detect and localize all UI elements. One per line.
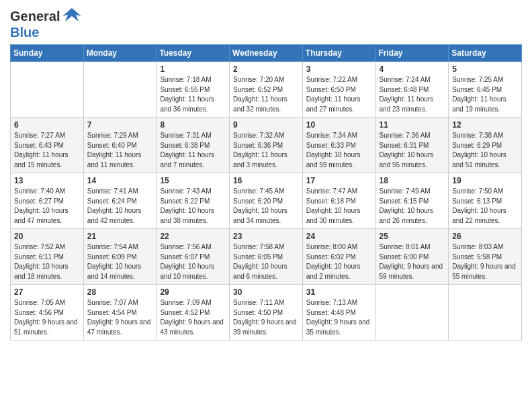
- day-number: 22: [160, 232, 226, 241]
- day-number: 4: [380, 64, 445, 74]
- logo-bird-icon: [61, 7, 83, 26]
- day-number: 6: [14, 120, 80, 130]
- day-number: 30: [233, 287, 299, 297]
- logo-blue: Blue: [10, 26, 83, 39]
- calendar-header-monday: Monday: [83, 45, 157, 62]
- day-info: Sunrise: 7:49 AM Sunset: 6:15 PM Dayligh…: [380, 187, 445, 226]
- calendar-cell: 1Sunrise: 7:18 AM Sunset: 6:55 PM Daylig…: [157, 62, 230, 118]
- day-number: 28: [87, 287, 153, 297]
- calendar-cell: 6Sunrise: 7:27 AM Sunset: 6:43 PM Daylig…: [11, 118, 84, 173]
- day-number: 2: [233, 64, 299, 74]
- logo-general: General: [10, 9, 60, 24]
- day-info: Sunrise: 7:25 AM Sunset: 6:45 PM Dayligh…: [452, 75, 518, 114]
- day-info: Sunrise: 7:32 AM Sunset: 6:36 PM Dayligh…: [233, 131, 299, 170]
- calendar-cell: 14Sunrise: 7:41 AM Sunset: 6:24 PM Dayli…: [83, 173, 157, 229]
- day-number: 7: [87, 120, 153, 130]
- svg-marker-0: [62, 8, 81, 21]
- day-number: 29: [160, 287, 226, 297]
- day-number: 31: [306, 287, 372, 297]
- day-info: Sunrise: 7:05 AM Sunset: 4:56 PM Dayligh…: [14, 298, 80, 337]
- calendar-week-row: 6Sunrise: 7:27 AM Sunset: 6:43 PM Daylig…: [11, 118, 522, 173]
- calendar-cell: 9Sunrise: 7:32 AM Sunset: 6:36 PM Daylig…: [230, 118, 303, 173]
- day-number: 23: [233, 232, 299, 241]
- day-number: 12: [452, 120, 518, 130]
- calendar-cell: 25Sunrise: 8:01 AM Sunset: 6:00 PM Dayli…: [375, 229, 449, 285]
- calendar-week-row: 13Sunrise: 7:40 AM Sunset: 6:27 PM Dayli…: [11, 173, 522, 229]
- day-info: Sunrise: 8:00 AM Sunset: 6:02 PM Dayligh…: [306, 242, 372, 281]
- day-number: 1: [160, 64, 226, 74]
- calendar-header-thursday: Thursday: [302, 45, 375, 62]
- day-number: 26: [452, 232, 518, 241]
- day-number: 9: [233, 120, 299, 130]
- page: General Blue SundayMondayTuesdayWednesda…: [0, 0, 532, 411]
- day-number: 3: [306, 64, 372, 74]
- day-number: 25: [380, 232, 445, 241]
- day-number: 18: [380, 176, 445, 185]
- day-info: Sunrise: 7:34 AM Sunset: 6:33 PM Dayligh…: [306, 131, 372, 170]
- day-number: 20: [14, 232, 80, 241]
- calendar-table: SundayMondayTuesdayWednesdayThursdayFrid…: [10, 44, 522, 340]
- calendar-cell: 18Sunrise: 7:49 AM Sunset: 6:15 PM Dayli…: [375, 173, 449, 229]
- calendar-cell: 11Sunrise: 7:36 AM Sunset: 6:31 PM Dayli…: [375, 118, 449, 173]
- day-number: 24: [306, 232, 372, 241]
- calendar-cell: 26Sunrise: 8:03 AM Sunset: 5:58 PM Dayli…: [449, 229, 522, 285]
- calendar-cell: 22Sunrise: 7:56 AM Sunset: 6:07 PM Dayli…: [157, 229, 230, 285]
- calendar-cell: 13Sunrise: 7:40 AM Sunset: 6:27 PM Dayli…: [11, 173, 84, 229]
- calendar-cell: 16Sunrise: 7:45 AM Sunset: 6:20 PM Dayli…: [230, 173, 303, 229]
- calendar-cell: 7Sunrise: 7:29 AM Sunset: 6:40 PM Daylig…: [83, 118, 157, 173]
- day-info: Sunrise: 7:40 AM Sunset: 6:27 PM Dayligh…: [14, 187, 80, 226]
- calendar-cell: 27Sunrise: 7:05 AM Sunset: 4:56 PM Dayli…: [11, 285, 84, 340]
- day-info: Sunrise: 8:03 AM Sunset: 5:58 PM Dayligh…: [452, 242, 518, 281]
- day-info: Sunrise: 7:58 AM Sunset: 6:05 PM Dayligh…: [233, 242, 299, 281]
- day-number: 10: [306, 120, 372, 130]
- day-number: 8: [160, 120, 226, 130]
- calendar-cell: 30Sunrise: 7:11 AM Sunset: 4:50 PM Dayli…: [230, 285, 303, 340]
- calendar-cell: 4Sunrise: 7:24 AM Sunset: 6:48 PM Daylig…: [375, 62, 449, 118]
- day-number: 17: [306, 176, 372, 185]
- calendar-cell: 28Sunrise: 7:07 AM Sunset: 4:54 PM Dayli…: [83, 285, 157, 340]
- calendar-week-row: 1Sunrise: 7:18 AM Sunset: 6:55 PM Daylig…: [11, 62, 522, 118]
- day-info: Sunrise: 7:18 AM Sunset: 6:55 PM Dayligh…: [160, 75, 226, 114]
- day-info: Sunrise: 7:29 AM Sunset: 6:40 PM Dayligh…: [87, 131, 153, 170]
- calendar-cell: 12Sunrise: 7:38 AM Sunset: 6:29 PM Dayli…: [449, 118, 522, 173]
- day-number: 16: [233, 176, 299, 185]
- day-info: Sunrise: 7:38 AM Sunset: 6:29 PM Dayligh…: [452, 131, 518, 170]
- day-number: 27: [14, 287, 80, 297]
- calendar-cell: 2Sunrise: 7:20 AM Sunset: 6:52 PM Daylig…: [230, 62, 303, 118]
- day-info: Sunrise: 7:13 AM Sunset: 4:48 PM Dayligh…: [306, 298, 372, 337]
- day-info: Sunrise: 7:36 AM Sunset: 6:31 PM Dayligh…: [380, 131, 445, 170]
- calendar-header-sunday: Sunday: [11, 45, 84, 62]
- day-info: Sunrise: 7:41 AM Sunset: 6:24 PM Dayligh…: [87, 187, 153, 226]
- calendar-cell: 21Sunrise: 7:54 AM Sunset: 6:09 PM Dayli…: [83, 229, 157, 285]
- day-info: Sunrise: 7:52 AM Sunset: 6:11 PM Dayligh…: [14, 242, 80, 281]
- calendar-week-row: 20Sunrise: 7:52 AM Sunset: 6:11 PM Dayli…: [11, 229, 522, 285]
- day-info: Sunrise: 7:09 AM Sunset: 4:52 PM Dayligh…: [160, 298, 226, 337]
- calendar-cell: [375, 285, 449, 340]
- day-info: Sunrise: 7:43 AM Sunset: 6:22 PM Dayligh…: [160, 187, 226, 226]
- day-info: Sunrise: 7:07 AM Sunset: 4:54 PM Dayligh…: [87, 298, 153, 337]
- calendar-header-friday: Friday: [375, 45, 449, 62]
- calendar-cell: 5Sunrise: 7:25 AM Sunset: 6:45 PM Daylig…: [449, 62, 522, 118]
- day-info: Sunrise: 7:27 AM Sunset: 6:43 PM Dayligh…: [14, 131, 80, 170]
- day-info: Sunrise: 7:22 AM Sunset: 6:50 PM Dayligh…: [306, 75, 372, 114]
- calendar-cell: 8Sunrise: 7:31 AM Sunset: 6:38 PM Daylig…: [157, 118, 230, 173]
- day-number: 5: [452, 64, 518, 74]
- calendar-cell: 17Sunrise: 7:47 AM Sunset: 6:18 PM Dayli…: [302, 173, 375, 229]
- day-number: 21: [87, 232, 153, 241]
- calendar-cell: [83, 62, 157, 118]
- day-number: 15: [160, 176, 226, 185]
- day-info: Sunrise: 7:20 AM Sunset: 6:52 PM Dayligh…: [233, 75, 299, 114]
- day-info: Sunrise: 7:54 AM Sunset: 6:09 PM Dayligh…: [87, 242, 153, 281]
- day-info: Sunrise: 7:31 AM Sunset: 6:38 PM Dayligh…: [160, 131, 226, 170]
- day-info: Sunrise: 7:45 AM Sunset: 6:20 PM Dayligh…: [233, 187, 299, 226]
- calendar-header-saturday: Saturday: [449, 45, 522, 62]
- calendar-header-wednesday: Wednesday: [230, 45, 303, 62]
- calendar-cell: [449, 285, 522, 340]
- logo: General Blue: [10, 7, 83, 39]
- calendar-cell: 29Sunrise: 7:09 AM Sunset: 4:52 PM Dayli…: [157, 285, 230, 340]
- calendar-cell: 19Sunrise: 7:50 AM Sunset: 6:13 PM Dayli…: [449, 173, 522, 229]
- day-number: 11: [380, 120, 445, 130]
- calendar-cell: 20Sunrise: 7:52 AM Sunset: 6:11 PM Dayli…: [11, 229, 84, 285]
- day-number: 14: [87, 176, 153, 185]
- day-info: Sunrise: 7:47 AM Sunset: 6:18 PM Dayligh…: [306, 187, 372, 226]
